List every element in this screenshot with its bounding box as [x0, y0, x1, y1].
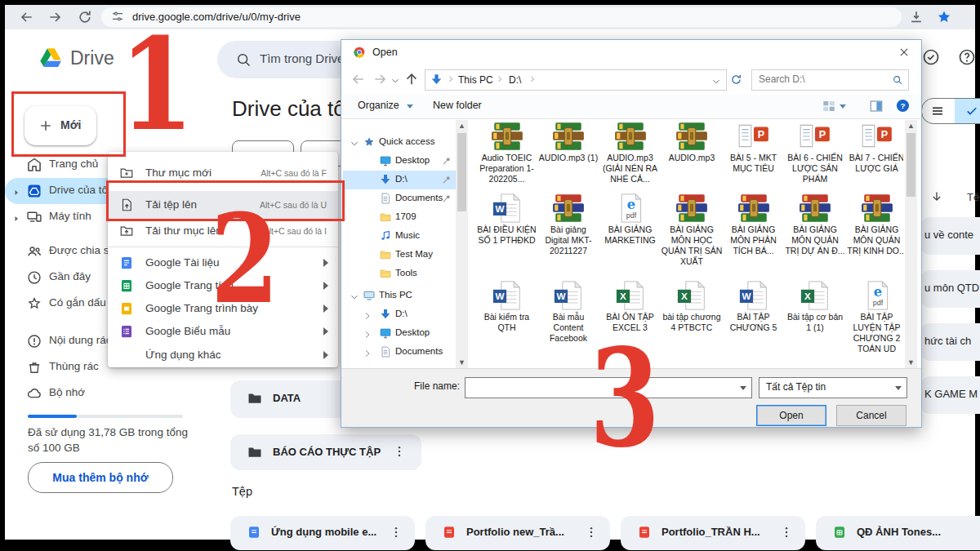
expander-icon[interactable] — [11, 212, 21, 222]
file-item[interactable]: BÀI GIẢNG MÔN HỌC QUẢN TRỊ SẢN XUẤT — [662, 193, 723, 267]
tree-scrollbar[interactable]: ▲ ▼ — [456, 120, 468, 368]
tree-item-desktop[interactable]: Desktop — [343, 152, 456, 171]
file-item-name: Bài giảng Digital MKT-20211227 — [538, 224, 599, 256]
help-icon[interactable] — [957, 47, 977, 67]
suggested-row[interactable]: hức tài ch — [921, 323, 980, 361]
folder-upload-icon — [119, 224, 134, 238]
file-item[interactable]: PBÀI 6 - CHIẾN LƯỢC SẢN PHẨM — [785, 122, 846, 184]
open-button[interactable]: Open — [756, 405, 826, 426]
file-item[interactable]: PBÀI 7 - CHIẾN LƯỢC GIÁ — [846, 122, 903, 174]
tree-item-tools[interactable]: Tools — [343, 264, 456, 283]
crumb-this-pc[interactable]: This PC — [458, 74, 493, 86]
nav-forward-icon[interactable] — [372, 71, 389, 87]
layout-toggle[interactable] — [921, 98, 980, 124]
file-item[interactable]: WBÀI TẬP CHƯƠNG 5 — [723, 281, 784, 333]
expander-open-icon[interactable] — [350, 291, 359, 300]
more-options-icon[interactable] — [584, 525, 599, 540]
expander-closed-icon[interactable] — [363, 309, 372, 319]
offline-status-icon[interactable] — [921, 47, 941, 67]
file-item[interactable]: Xbài tập chương 4 PTBCTC — [662, 281, 723, 333]
file-card[interactable]: QĐ ẢNH Tones... — [816, 516, 980, 550]
file-item[interactable]: Audio TOEIC Preparation 1-202205... — [476, 122, 537, 184]
organize-button[interactable]: Organize — [358, 100, 399, 111]
expander-closed-icon[interactable] — [363, 347, 372, 357]
more-options-icon[interactable] — [974, 525, 980, 540]
tree-item-documents[interactable]: Documents — [343, 189, 456, 208]
sidebar-item-bộ-nhớ[interactable]: Bộ nhớ — [5, 380, 211, 407]
preview-pane-icon[interactable] — [869, 99, 884, 113]
tree-item-label: Desktop — [395, 327, 430, 337]
file-item[interactable]: BÀI GIẢNG MÔN QUẢN TRỊ DỰ ÁN Đ... — [785, 193, 846, 256]
tree-item-quick-access[interactable]: Quick access — [343, 133, 456, 152]
help-icon[interactable]: ? — [895, 98, 911, 113]
tree-item-desktop[interactable]: Desktop — [343, 324, 456, 343]
refresh-icon[interactable] — [729, 73, 743, 87]
cancel-button[interactable]: Cancel — [836, 405, 906, 426]
buy-storage-button[interactable]: Mua thêm bộ nhớ — [28, 462, 173, 493]
download-icon[interactable] — [908, 9, 924, 25]
close-icon[interactable] — [898, 47, 910, 58]
more-options-icon[interactable] — [779, 525, 794, 540]
file-item[interactable]: epdfBÀI GIẢNG MARKETING — [599, 193, 661, 246]
file-item[interactable]: BÀI GIẢNG MÔN PHÂN TÍCH BÁ... — [723, 193, 784, 256]
file-item[interactable]: AUDIO.mp3 (1) — [538, 122, 599, 163]
dialog-search-box[interactable]: Search D:\ — [751, 69, 909, 91]
file-type-rar-icon — [613, 122, 648, 151]
menu-item-ứng-dụng-khác[interactable]: Ứng dụng khác — [108, 343, 338, 367]
file-item[interactable]: AUDIO.mp3 — [662, 122, 723, 163]
file-item[interactable]: BÀI GIẢNG MÔN QUẢN TRỊ KINH DO... — [846, 193, 903, 256]
suggested-row[interactable]: u về conte — [921, 217, 980, 255]
more-options-icon[interactable] — [389, 525, 403, 540]
tree-item-d-[interactable]: D:\ — [343, 171, 456, 189]
organize-caret-icon[interactable] — [407, 104, 413, 109]
grid-scrollbar[interactable]: ▲ ▼ — [905, 120, 917, 368]
files-section-label: Tệp — [232, 485, 252, 498]
sort-column-label[interactable]: Tên — [967, 191, 980, 203]
tree-item-documents[interactable]: Documents — [343, 343, 456, 362]
tree-item-d-[interactable]: D:\ — [343, 305, 456, 324]
folder-chip[interactable]: BÁO CÁO THỰC TẬP — [230, 434, 421, 470]
tree-item-test-may[interactable]: Test May — [343, 246, 456, 264]
file-item[interactable]: Bài giảng Digital MKT-20211227 — [538, 193, 599, 256]
list-view-icon[interactable] — [930, 104, 945, 118]
new-folder-button[interactable]: New folder — [433, 100, 482, 111]
tree-item-1709[interactable]: 1709 — [343, 208, 456, 227]
expander-icon[interactable] — [11, 186, 21, 196]
grid-view-check-icon[interactable] — [964, 104, 979, 118]
suggested-row[interactable]: u môn QTD — [921, 270, 980, 308]
file-item[interactable]: WBÀI ĐIỀU KIỆN SỐ 1 PTHĐKD — [476, 193, 537, 246]
views-icon[interactable] — [822, 99, 836, 113]
file-item[interactable]: XBài tập cơ bản 1 (1) — [785, 281, 846, 333]
expander-open-icon[interactable] — [350, 137, 359, 147]
breadcrumb-caret-icon[interactable] — [711, 75, 721, 85]
nav-history-caret-icon[interactable] — [390, 74, 400, 84]
file-item[interactable]: epdfBÀI TẬP LUYỆN TẬP CHƯƠNG 2 TOÁN UD — [846, 281, 903, 354]
reload-icon[interactable] — [77, 9, 93, 25]
bookmark-star-icon[interactable] — [936, 9, 952, 25]
more-options-icon[interactable] — [392, 444, 407, 459]
file-item[interactable]: PBÀI 5 - MKT MỤC TIÊU — [723, 122, 784, 174]
file-card[interactable]: Ứng dụng mobile e... — [230, 516, 415, 550]
address-bar[interactable]: drive.google.com/drive/u/0/my-drive — [101, 7, 902, 27]
file-item[interactable]: WBài kiểm tra QTH — [476, 281, 537, 333]
sort-arrow-down-icon[interactable] — [929, 189, 944, 204]
forward-icon[interactable] — [47, 9, 64, 25]
views-caret-icon[interactable] — [840, 104, 846, 109]
file-card[interactable]: Portfolio_TRẦN H... — [621, 516, 805, 550]
nav-up-icon[interactable] — [403, 71, 420, 87]
sort-header[interactable]: Tên — [926, 189, 980, 206]
expander-closed-icon[interactable] — [363, 328, 372, 338]
nav-back-icon[interactable] — [350, 71, 366, 87]
suggested-row[interactable]: K GAME M — [921, 376, 980, 414]
dialog-titlebar[interactable]: Open — [341, 40, 921, 64]
file-card[interactable]: Portfolio new_Trầ... — [425, 516, 610, 550]
trash-icon — [26, 359, 42, 375]
file-item[interactable]: AUDIO.mp3 (GIẢI NÉN RA NHÉ CẢ... — [599, 122, 661, 184]
search-icon[interactable] — [892, 74, 903, 86]
file-type-select[interactable]: Tất cả Tệp tin — [759, 377, 907, 398]
tree-item-this-pc[interactable]: This PC — [343, 287, 456, 305]
crumb-d-drive[interactable]: D:\ — [509, 74, 521, 86]
tree-item-music[interactable]: Music — [343, 227, 456, 246]
back-icon[interactable] — [18, 9, 34, 25]
breadcrumb[interactable]: This PC D:\ — [425, 69, 727, 91]
